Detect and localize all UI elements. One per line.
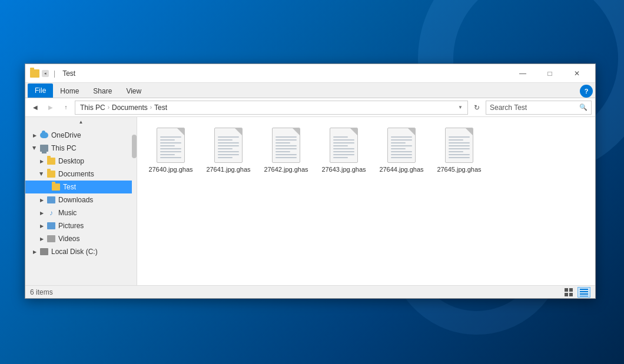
doc-line — [276, 139, 297, 141]
doc-line — [391, 151, 412, 152]
doc-line — [449, 148, 470, 149]
doc-line — [333, 157, 348, 158]
videos-icon — [47, 234, 56, 243]
doc-line — [160, 157, 181, 158]
file-item-1[interactable]: 27640.jpg.ghas — [144, 124, 197, 177]
expand-arrow-videos: ▶ — [37, 234, 47, 243]
doc-line — [333, 154, 354, 155]
close-button[interactable]: ✕ — [563, 64, 590, 83]
doc-line — [333, 148, 354, 149]
search-input-text[interactable]: Search Test — [490, 103, 577, 112]
main-area: ▲ ▶ OneDrive ▶ This PC ▶ — [25, 117, 595, 285]
window-title: Test — [62, 69, 509, 78]
doc-line — [276, 145, 297, 146]
refresh-button[interactable]: ↻ — [470, 101, 483, 114]
file-explorer-window: ◂ | Test — □ ✕ File Home Share View ? ◀ … — [25, 64, 596, 299]
tab-share[interactable]: Share — [86, 85, 119, 98]
doc-lines-1 — [160, 136, 181, 158]
sidebar-label-pictures: Pictures — [58, 222, 84, 230]
sidebar-label-test: Test — [63, 183, 76, 191]
sidebar-item-desktop[interactable]: ▶ Desktop — [25, 155, 137, 168]
path-this-pc[interactable]: This PC — [80, 103, 105, 112]
doc-line — [218, 154, 239, 155]
doc-line — [160, 151, 181, 152]
sidebar-item-videos[interactable]: ▶ Videos — [25, 232, 137, 245]
path-documents[interactable]: Documents — [112, 103, 148, 112]
doc-line — [449, 157, 470, 158]
grid-view-button[interactable] — [562, 287, 575, 298]
doc-lines-3 — [276, 136, 297, 158]
search-icon[interactable]: 🔍 — [579, 103, 588, 111]
list-view-button[interactable] — [577, 287, 590, 298]
sidebar: ▲ ▶ OneDrive ▶ This PC ▶ — [25, 117, 137, 285]
svg-rect-5 — [580, 291, 588, 292]
doc-line — [449, 142, 470, 143]
doc-line — [276, 154, 297, 155]
file-item-2[interactable]: 27641.jpg.ghas — [202, 124, 255, 177]
view-controls — [562, 287, 590, 298]
file-name-4: 27643.jpg.ghas — [321, 165, 366, 173]
file-name-1: 27640.jpg.ghas — [148, 165, 192, 173]
path-dropdown-arrow[interactable]: ▼ — [458, 105, 463, 110]
sidebar-item-onedrive[interactable]: ▶ OneDrive — [25, 129, 137, 142]
doc-line — [218, 148, 233, 149]
file-content-area: 27640.jpg.ghas — [137, 117, 595, 285]
doc-line — [333, 145, 348, 146]
tab-file[interactable]: File — [28, 84, 53, 98]
documents-icon — [47, 169, 56, 179]
doc-lines-6 — [449, 136, 470, 158]
title-bar-icons: ◂ | — [30, 69, 58, 78]
title-bar-separator: | — [54, 69, 55, 78]
file-item-5[interactable]: 27644.jpg.ghas — [375, 124, 428, 177]
back-button[interactable]: ◀ — [29, 101, 42, 114]
help-button[interactable]: ? — [580, 85, 593, 98]
doc-line — [449, 145, 470, 146]
expand-arrow-music: ▶ — [37, 208, 47, 218]
file-icon-3 — [272, 128, 300, 163]
sidebar-item-this-pc[interactable]: ▶ This PC — [25, 142, 137, 155]
file-item-6[interactable]: 27645.jpg.ghas — [433, 124, 486, 177]
doc-line — [160, 139, 175, 141]
sidebar-label-downloads: Downloads — [58, 196, 93, 204]
tab-view[interactable]: View — [119, 85, 148, 98]
file-item-4[interactable]: 27643.jpg.ghas — [317, 124, 370, 177]
svg-rect-1 — [569, 288, 573, 292]
doc-line — [449, 139, 463, 141]
title-bar: ◂ | Test — □ ✕ — [25, 64, 595, 83]
tab-home[interactable]: Home — [53, 85, 86, 98]
sidebar-scroll-thumb[interactable] — [132, 135, 137, 158]
sidebar-scroll-up[interactable]: ▲ — [25, 117, 137, 126]
window-folder-icon — [30, 69, 39, 78]
expand-arrow-desktop: ▶ — [37, 156, 47, 166]
address-path[interactable]: This PC › Documents › Test ▼ — [75, 101, 468, 115]
doc-line — [218, 142, 239, 143]
up-button[interactable]: ↑ — [59, 101, 72, 114]
sidebar-item-documents[interactable]: ▶ Documents — [25, 168, 137, 181]
sidebar-item-pictures[interactable]: ▶ Pictures — [25, 219, 137, 232]
file-icon-6 — [445, 128, 473, 163]
title-bar-nav-icon: ◂ — [42, 70, 49, 77]
sidebar-item-downloads[interactable]: ▶ Downloads — [25, 193, 137, 206]
doc-line — [391, 145, 412, 146]
sidebar-label-videos: Videos — [58, 235, 79, 243]
sidebar-item-music[interactable]: ▶ ♪ Music — [25, 206, 137, 219]
sidebar-item-local-disk[interactable]: ▶ Local Disk (C:) — [25, 245, 137, 258]
search-box[interactable]: Search Test 🔍 — [486, 101, 592, 115]
file-icon-2 — [214, 128, 243, 163]
minimize-button[interactable]: — — [509, 64, 536, 83]
maximize-button[interactable]: □ — [536, 64, 563, 83]
file-name-6: 27645.jpg.ghas — [437, 165, 481, 173]
sidebar-item-test[interactable]: Test — [25, 181, 137, 193]
file-item-3[interactable]: 27642.jpg.ghas — [260, 124, 313, 177]
pictures-icon — [47, 221, 56, 231]
local-disk-icon — [39, 247, 49, 256]
doc-line — [218, 136, 239, 138]
doc-line — [391, 136, 412, 138]
svg-rect-6 — [580, 293, 588, 295]
file-icon-1 — [157, 128, 185, 163]
sidebar-scrollbar[interactable] — [132, 117, 137, 285]
doc-line — [333, 151, 354, 152]
forward-button[interactable]: ▶ — [44, 101, 57, 114]
path-test[interactable]: Test — [154, 103, 167, 112]
onedrive-icon — [39, 131, 49, 140]
